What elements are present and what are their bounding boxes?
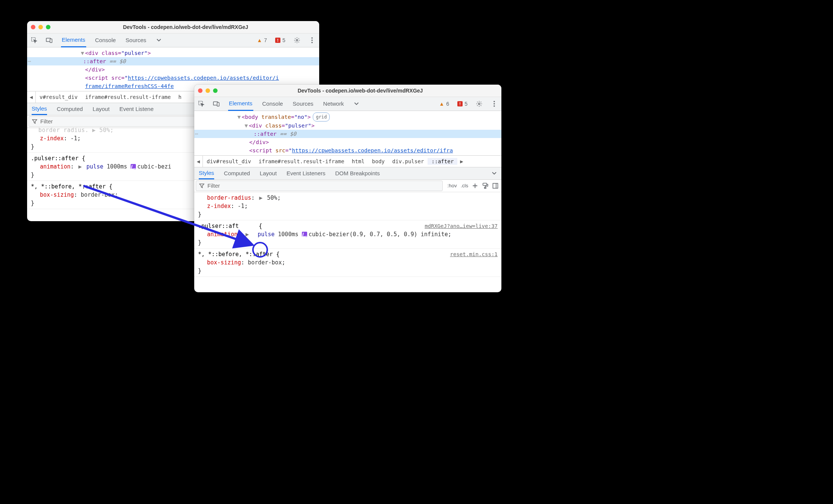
css-prop[interactable]: box-sizing <box>40 191 74 198</box>
panel-layout-icon[interactable] <box>492 183 498 189</box>
dom-link[interactable]: frame/iframeRefreshCSS-44fe <box>85 82 174 90</box>
warn-count: 6 <box>446 100 449 108</box>
minimize-icon[interactable] <box>38 25 43 29</box>
close-icon[interactable] <box>198 88 203 93</box>
errors-badge[interactable]: 5 <box>275 37 285 44</box>
crumb-right-button[interactable]: ▶ <box>457 158 466 165</box>
svg-rect-14 <box>483 183 487 185</box>
more-tabs-icon[interactable] <box>353 100 360 107</box>
css-anim-duration[interactable]: 1000ms <box>278 231 298 238</box>
tab-sources[interactable]: Sources <box>125 34 147 46</box>
filter-input[interactable]: Filter <box>196 181 443 191</box>
traffic-lights[interactable] <box>31 25 53 29</box>
expand-icon[interactable]: ▶ <box>78 163 82 170</box>
tab-elements[interactable]: Elements <box>61 34 86 47</box>
css-prop[interactable]: border-radius <box>207 194 251 201</box>
expand-icon[interactable]: ▶ <box>245 231 249 238</box>
warnings-badge[interactable]: ▲6 <box>439 100 449 108</box>
tab-event-listeners[interactable]: Event Listeners <box>286 170 325 177</box>
css-anim-timing[interactable]: cubic-bezier(0.9, 0.7, 0.5, 0.9) <box>309 231 417 238</box>
crumb-item[interactable]: div#result_div <box>203 158 255 165</box>
disclosure-triangle-icon[interactable]: ▼ <box>244 121 249 130</box>
tab-event-listeners[interactable]: Event Listene <box>119 105 154 113</box>
tab-console[interactable]: Console <box>262 98 284 110</box>
breadcrumb[interactable]: ◀ div#result_div iframe#result.result-if… <box>194 155 501 167</box>
css-value[interactable]: -1 <box>238 203 244 209</box>
crumb-left-button[interactable]: ◀ <box>27 91 36 103</box>
css-value[interactable]: border-box <box>81 191 114 198</box>
close-icon[interactable] <box>31 25 35 29</box>
tab-styles[interactable]: Styles <box>199 169 214 179</box>
expand-icon[interactable]: ▶ <box>259 194 262 201</box>
dom-selected-row[interactable]: ⋯::after == $0 <box>27 57 319 65</box>
minimize-icon[interactable] <box>206 88 210 93</box>
paint-icon[interactable] <box>482 182 489 189</box>
dom-link[interactable]: https://cpwebassets.codepen.io/assets/ed… <box>292 147 453 153</box>
css-prop[interactable]: box-sizing <box>207 259 241 266</box>
disclosure-triangle-icon[interactable]: ▼ <box>236 113 242 121</box>
tab-styles[interactable]: Styles <box>32 105 47 115</box>
device-toolbar-icon[interactable] <box>213 100 220 107</box>
tab-dom-breakpoints[interactable]: DOM Breakpoints <box>335 170 380 177</box>
cls-toggle[interactable]: .cls <box>461 182 468 189</box>
traffic-lights[interactable] <box>198 88 220 93</box>
inspect-element-icon[interactable] <box>31 37 38 44</box>
tab-computed[interactable]: Computed <box>57 105 83 113</box>
settings-icon[interactable] <box>294 37 300 44</box>
css-source-link[interactable]: mdRXGeJ?ano…iew=live:37 <box>425 222 498 230</box>
crumb-item[interactable]: iframe#result.result-iframe <box>81 94 175 101</box>
tab-computed[interactable]: Computed <box>224 170 250 177</box>
new-style-rule-icon[interactable] <box>472 183 478 189</box>
zoom-icon[interactable] <box>46 25 50 29</box>
css-value[interactable]: 50% <box>267 194 277 201</box>
css-anim-iter[interactable]: infinite <box>421 231 448 238</box>
easing-editor-icon[interactable] <box>131 164 136 169</box>
disclosure-triangle-icon[interactable]: ▼ <box>80 49 85 57</box>
tab-sources[interactable]: Sources <box>292 98 314 110</box>
crumb-item[interactable]: h <box>175 94 185 101</box>
css-prop[interactable]: animation <box>207 231 238 238</box>
css-prop[interactable]: z-index <box>40 135 64 142</box>
more-tabs-icon[interactable] <box>155 37 162 44</box>
css-value[interactable]: -1 <box>70 135 77 142</box>
tab-console[interactable]: Console <box>94 34 117 46</box>
warnings-badge[interactable]: ▲7 <box>257 37 267 44</box>
crumb-item[interactable]: v#result_div <box>36 94 81 101</box>
zoom-icon[interactable] <box>213 88 218 93</box>
dom-tag: <div class <box>85 50 118 56</box>
css-anim-name[interactable]: pulse <box>86 163 103 170</box>
tab-layout[interactable]: Layout <box>260 170 277 177</box>
kebab-icon[interactable] <box>491 100 498 107</box>
styles-filter-row: Filter :hov .cls <box>194 180 501 192</box>
tab-layout[interactable]: Layout <box>93 105 110 113</box>
more-panel-tabs-icon[interactable] <box>491 171 498 176</box>
dom-selected-row[interactable]: ⋯::after == $0 <box>194 130 501 138</box>
crumb-item[interactable]: div.pulser <box>388 158 428 165</box>
tab-network[interactable]: Network <box>323 98 345 110</box>
svg-point-11 <box>493 101 495 102</box>
css-source-link[interactable]: reset.min.css:1 <box>450 250 498 258</box>
grid-badge[interactable]: grid <box>313 112 330 121</box>
easing-editor-icon[interactable] <box>302 232 307 237</box>
css-prop[interactable]: animation <box>40 163 70 170</box>
crumb-item[interactable]: body <box>368 158 388 165</box>
errors-badge[interactable]: 5 <box>457 100 468 108</box>
css-anim-name[interactable]: pulse <box>257 231 274 238</box>
hov-toggle[interactable]: :hov <box>447 182 457 189</box>
crumb-item[interactable]: iframe#result.result-iframe <box>255 158 348 165</box>
crumb-item-selected[interactable]: ::after <box>428 158 457 165</box>
css-anim-timing[interactable]: cubic-bezi <box>137 163 171 170</box>
device-toolbar-icon[interactable] <box>46 37 53 44</box>
inspect-element-icon[interactable] <box>198 100 205 107</box>
kebab-icon[interactable] <box>309 37 315 44</box>
tab-elements[interactable]: Elements <box>228 97 253 111</box>
css-prop[interactable]: z-index <box>207 203 231 209</box>
dom-tree[interactable]: ▼<body translate="no">grid ▼<div class="… <box>194 111 501 155</box>
styles-pane[interactable]: border-radius: ▶ 50%; z-index: -1; } mdR… <box>194 192 501 277</box>
crumb-item[interactable]: html <box>348 158 369 165</box>
dom-link[interactable]: https://cpwebassets.codepen.io/assets/ed… <box>128 75 279 81</box>
css-value[interactable]: border-box <box>248 259 282 266</box>
crumb-left-button[interactable]: ◀ <box>194 156 203 167</box>
settings-icon[interactable] <box>476 100 483 107</box>
css-anim-duration[interactable]: 1000ms <box>107 163 127 170</box>
